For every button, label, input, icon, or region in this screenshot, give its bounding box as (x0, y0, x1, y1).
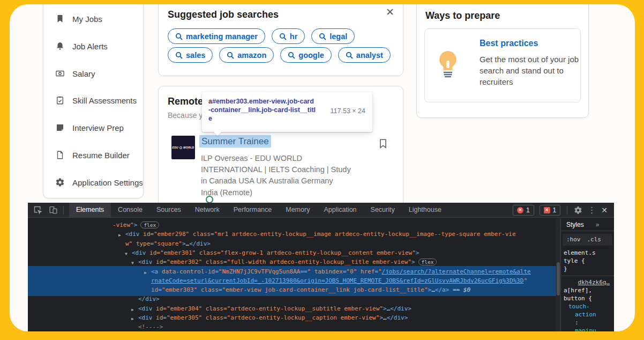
tooltip-tag-name: a (208, 98, 212, 105)
best-practices-card[interactable]: Best practices Get the most out of your … (424, 28, 581, 102)
search-pill-amazon[interactable]: amazon (219, 47, 274, 63)
sidebar-item-job-alerts[interactable]: Job Alerts (55, 40, 108, 53)
devtools-code-line[interactable]: w" type="square">…</div> (125, 240, 211, 248)
best-practices-description: Get the most out of your job search and … (480, 54, 579, 87)
company-logo[interactable]: EDU WORLD (171, 136, 195, 159)
flex-layout-badge[interactable]: flex (140, 221, 159, 228)
code-token-val: " (523, 277, 527, 284)
scrollbar-thumb[interactable] (557, 262, 560, 295)
expand-arrow-icon[interactable]: ▶ (131, 315, 134, 323)
devtools-tab-elements[interactable]: Elements (69, 203, 111, 217)
devtools-code-line[interactable]: ▶<div id="ember305" class="artdeco-entit… (138, 314, 408, 322)
devtools-close-icon[interactable]: ✕ (601, 206, 608, 214)
search-pill-analyst[interactable]: analyst (338, 47, 391, 63)
expand-arrow-icon[interactable]: ▶ (118, 231, 121, 239)
inspect-element-icon[interactable] (33, 205, 42, 215)
devtools-tab-console[interactable]: Console (111, 203, 149, 217)
code-token-val: "ember302" (167, 258, 202, 265)
styles-pane-header: Styles » (561, 218, 614, 231)
description-line: search and stand out to (480, 65, 579, 76)
ways-to-prepare-title: Ways to prepare (425, 10, 500, 21)
flex-layout-badge[interactable]: flex (418, 258, 437, 265)
more-tabs-icon[interactable]: » (596, 221, 600, 228)
css-rule-line[interactable]: tyle { (561, 257, 614, 265)
devtools-code-line[interactable]: ▼<div id="ember301" class="flex-grow-1 a… (132, 249, 419, 257)
save-job-bookmark-icon[interactable] (377, 138, 389, 152)
search-icon (175, 51, 183, 59)
console-errors-badge[interactable]: ✕ 1 (513, 205, 534, 216)
css-selector-line[interactable]: button { (561, 294, 614, 302)
collapse-arrow-icon[interactable]: ▼ (125, 250, 128, 258)
class-toggle[interactable]: .cls (587, 234, 602, 246)
scrollbar[interactable] (556, 218, 560, 331)
kebab-menu-icon[interactable]: ⋮ (588, 206, 596, 214)
bookmark-icon (55, 14, 65, 24)
devtools-tab-application[interactable]: Application (317, 203, 363, 217)
sidebar-item-resume-builder[interactable]: Resume Builder (55, 149, 130, 161)
job-company-subtitle: ILP Overseas - EDU WORLD INTERNATIONAL |… (201, 153, 351, 187)
code-token-val: "ember298" (154, 231, 189, 238)
search-pill-hr[interactable]: hr (272, 28, 305, 44)
note-icon (55, 123, 65, 132)
css-rule-line[interactable]: } (561, 265, 614, 273)
device-toolbar-icon[interactable] (49, 205, 58, 215)
styles-filter-bar: :hov .cls (563, 234, 612, 246)
code-token-tag: <div (132, 249, 146, 256)
job-title-link[interactable]: Summer Trainee (199, 136, 271, 147)
sidebar-item-salary[interactable]: Salary (55, 67, 95, 80)
css-property-value[interactable]: manipu (561, 327, 614, 331)
devtools-tab-network[interactable]: Network (188, 203, 227, 217)
css-property-name[interactable]: touch- (561, 302, 614, 311)
sidebar-item-application-settings[interactable]: Application Settings (55, 176, 143, 189)
ways-to-prepare-card: Ways to prepare Best practices Get the m… (416, 4, 589, 118)
expand-arrow-icon[interactable]: ▶ (131, 306, 134, 314)
code-token-attr: class= (202, 258, 227, 265)
issues-count: 1 (553, 206, 557, 214)
hover-state-toggle[interactable]: :hov (566, 234, 581, 246)
search-pill-marketing-manager[interactable]: marketing manager (168, 28, 265, 44)
code-token-tag: > (416, 249, 420, 256)
best-practices-link[interactable]: Best practices (480, 39, 538, 48)
code-token-val: "ember-view job-card-container__link job… (222, 286, 428, 293)
code-token-attr: id= (153, 305, 167, 312)
devtools-code-line[interactable]: rnateCode=seturl&currentJobId=_-10271398… (151, 277, 527, 285)
devtools-code-line[interactable]: ▼<div id="ember302" class="full-width ar… (138, 258, 437, 266)
sidebar-item-label: Resume Builder (72, 151, 130, 160)
pill-label: legal (330, 32, 347, 41)
devtools-tab-lighthouse[interactable]: Lighthouse (402, 203, 448, 217)
tab-styles[interactable]: Styles (566, 221, 584, 228)
settings-gear-icon[interactable] (574, 206, 582, 215)
sidebar-item-my-jobs[interactable]: My Jobs (55, 12, 102, 25)
devtools-tab-performance[interactable]: Performance (227, 203, 279, 217)
devtools-code-line[interactable]: ▶<div id="ember304" class="artdeco-entit… (138, 305, 411, 313)
devtools-tab-memory[interactable]: Memory (279, 203, 317, 217)
devtools-code-line[interactable]: </div> (138, 295, 160, 303)
css-source-file-link[interactable]: dkh4zk6q… (561, 278, 614, 286)
css-rule-line[interactable]: element.s (561, 249, 614, 257)
search-pill-legal[interactable]: legal (311, 28, 355, 44)
devtools-tab-sources[interactable]: Sources (149, 203, 188, 217)
devtools-code-line[interactable]: ▶<a data-control-id="NmZHN7jJC9vTFVqg5un… (151, 268, 531, 276)
devtools-code-line[interactable]: -view">flex (113, 221, 159, 229)
devtools-tab-security[interactable]: Security (364, 203, 402, 217)
devtools-code-line[interactable]: ▶<div id="ember298" class="mr1 artdeco-e… (125, 230, 516, 238)
devtools-code-line[interactable]: <!----> (138, 323, 163, 331)
devtools-elements-tree[interactable]: -view">flex▶<div id="ember298" class="mr… (28, 218, 556, 331)
css-selector-line[interactable]: a[href], (561, 286, 614, 294)
logo-ring-icon (179, 146, 182, 149)
expand-arrow-icon[interactable]: ▶ (144, 269, 147, 277)
code-token-attr: href= (357, 268, 378, 275)
document-icon (55, 150, 65, 160)
easy-apply-icon (206, 196, 213, 203)
code-token-attr: tabindex= (311, 268, 346, 275)
close-icon[interactable]: ✕ (386, 7, 394, 17)
issues-badge[interactable]: ✕ 1 (540, 205, 561, 216)
sidebar-item-interview-prep[interactable]: Interview Prep (55, 121, 124, 134)
collapse-arrow-icon[interactable]: ▼ (131, 259, 134, 267)
search-pill-sales[interactable]: sales (168, 47, 213, 63)
devtools-code-line[interactable]: id="ember303" class="ember-view job-card… (151, 286, 470, 294)
sidebar-item-skill-assessments[interactable]: Skill Assessments (55, 94, 137, 107)
css-property-name[interactable]: action (561, 311, 614, 319)
devtools-panel: ElementsConsoleSourcesNetworkPerformance… (28, 203, 614, 331)
search-pill-google[interactable]: google (280, 47, 332, 63)
